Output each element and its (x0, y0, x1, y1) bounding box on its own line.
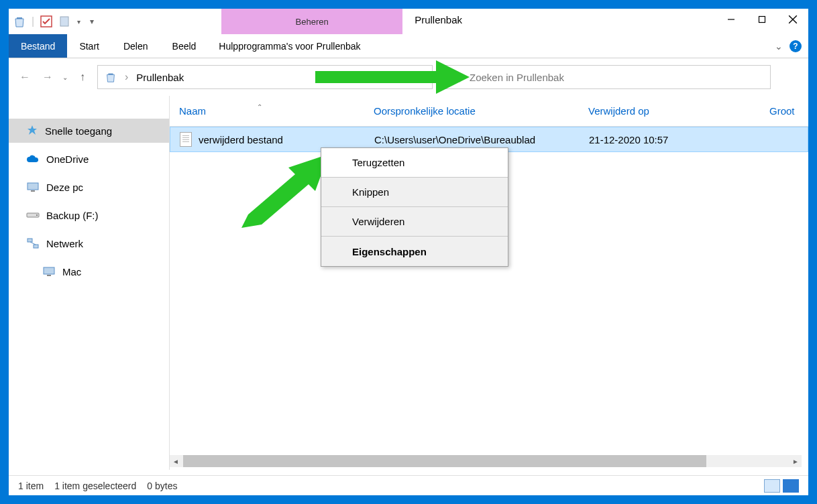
details-view-button[interactable] (764, 479, 780, 493)
forward-button[interactable]: → (40, 69, 56, 85)
tab-view[interactable]: Beeld (160, 34, 209, 58)
quick-access-toolbar: | ▾ ▾ (9, 9, 94, 34)
context-menu-restore[interactable]: Terugzetten (321, 148, 508, 178)
titlebar: | ▾ ▾ Beheren Prullenbak (9, 9, 808, 34)
svg-rect-8 (28, 183, 38, 190)
tab-start[interactable]: Start (67, 34, 111, 58)
tab-file[interactable]: Bestand (9, 34, 67, 58)
breadcrumb-separator-icon: › (122, 71, 131, 83)
sidebar-item-network[interactable]: Netwerk (9, 231, 169, 255)
scroll-thumb[interactable] (183, 455, 706, 467)
up-button[interactable]: ↑ (74, 69, 91, 85)
tab-share[interactable]: Delen (111, 34, 160, 58)
svg-rect-9 (31, 190, 35, 192)
ribbon-expand-icon[interactable]: ⌄ (775, 41, 783, 52)
scroll-right-button[interactable]: ► (789, 455, 802, 467)
ribbon-collapse: ⌄ ? (775, 34, 808, 58)
sidebar-item-label: Backup (F:) (46, 210, 99, 221)
file-name: verwijderd bestand (199, 134, 283, 145)
icons-view-button[interactable] (783, 479, 799, 493)
column-deleted-date[interactable]: Verwijderd op (579, 105, 760, 117)
sidebar-item-this-pc[interactable]: Deze pc (9, 175, 169, 199)
view-mode-toggle (764, 479, 799, 493)
window-title: Prullenbak (402, 9, 474, 34)
sidebar-item-label: Mac (62, 266, 81, 277)
window-controls (716, 9, 808, 34)
context-menu-cut[interactable]: Knippen (321, 178, 508, 207)
column-headers: Naam ⌃ Oorspronkelijke locatie Verwijder… (170, 96, 808, 127)
star-icon (26, 125, 38, 137)
sidebar-item-quick-access[interactable]: Snelle toegang (9, 119, 169, 143)
ribbon-tabs: Bestand Start Delen Beeld Hulpprogramma'… (9, 34, 808, 58)
breadcrumb-current[interactable]: Prullenbak (136, 72, 184, 83)
qat-dropdown-icon[interactable]: ▾ (77, 18, 80, 25)
checkbox-icon[interactable] (40, 15, 53, 28)
context-menu: Terugzetten Knippen Verwijderen Eigensch… (321, 147, 508, 267)
column-size[interactable]: Groot (760, 105, 808, 117)
svg-rect-3 (759, 17, 765, 23)
file-location: C:\Users\user\OneDrive\Bureaublad (365, 134, 580, 145)
folder-icon[interactable] (58, 15, 72, 28)
sidebar-item-mac[interactable]: Mac (9, 259, 169, 284)
svg-rect-13 (34, 245, 38, 248)
sidebar-item-label: Deze pc (46, 182, 83, 193)
status-item-count: 1 item (18, 481, 44, 491)
maximize-button[interactable] (747, 9, 777, 30)
pc-icon (26, 182, 40, 192)
column-name-label: Naam (179, 105, 206, 117)
svg-marker-18 (436, 60, 470, 94)
titlebar-center: Beheren Prullenbak (221, 9, 474, 34)
recycle-bin-icon (13, 15, 26, 28)
sidebar-item-label: Netwerk (46, 238, 83, 249)
cloud-icon (26, 154, 40, 164)
status-bar: 1 item 1 item geselecteerd 0 bytes (9, 475, 808, 495)
svg-rect-12 (28, 239, 32, 242)
search-input[interactable] (470, 72, 761, 83)
context-menu-properties[interactable]: Eigenschappen (321, 237, 508, 266)
file-name-cell: verwijderd bestand (170, 132, 365, 147)
sidebar-item-onedrive[interactable]: OneDrive (9, 147, 169, 171)
pc-icon (42, 266, 56, 277)
svg-rect-1 (60, 17, 68, 26)
navigation-pane: Snelle toegang OneDrive Deze pc Backup (… (9, 96, 170, 470)
sidebar-item-label: Snelle toegang (45, 125, 112, 137)
qat-overflow[interactable]: ▾ (90, 17, 94, 26)
file-icon (180, 132, 192, 147)
file-deleted-date: 21-12-2020 10:57 (580, 134, 761, 145)
search-box[interactable] (439, 65, 771, 89)
status-selected-count: 1 item geselecteerd (54, 481, 136, 491)
annotation-arrow-context (241, 154, 329, 228)
contextual-tab-header: Beheren (221, 9, 402, 34)
svg-rect-15 (44, 267, 54, 274)
column-location[interactable]: Oorspronkelijke locatie (364, 105, 579, 117)
svg-rect-16 (47, 275, 51, 276)
context-menu-delete[interactable]: Verwijderen (321, 207, 508, 237)
sidebar-item-label: OneDrive (46, 153, 89, 165)
recycle-bin-icon (105, 71, 117, 83)
svg-marker-19 (241, 154, 329, 228)
annotation-arrow-search (315, 60, 470, 94)
horizontal-scrollbar[interactable]: ◄ ► (170, 455, 802, 467)
scroll-left-button[interactable]: ◄ (170, 455, 182, 467)
history-dropdown-icon[interactable]: ⌄ (62, 74, 68, 81)
sort-ascending-icon: ⌃ (257, 103, 262, 111)
help-button[interactable]: ? (789, 40, 802, 52)
tab-recycle-tools[interactable]: Hulpprogramma's voor Prullenbak (208, 34, 371, 58)
svg-line-14 (30, 242, 36, 245)
network-icon (26, 238, 40, 249)
back-button[interactable]: ← (17, 69, 33, 85)
svg-rect-17 (315, 71, 436, 83)
qat-separator: | (32, 15, 34, 27)
drive-icon (26, 211, 40, 219)
status-selected-size: 0 bytes (147, 481, 177, 491)
svg-point-11 (36, 214, 38, 216)
minimize-button[interactable] (716, 9, 747, 30)
close-button[interactable] (777, 9, 808, 30)
column-name[interactable]: Naam ⌃ (170, 105, 364, 117)
sidebar-item-backup[interactable]: Backup (F:) (9, 203, 169, 227)
